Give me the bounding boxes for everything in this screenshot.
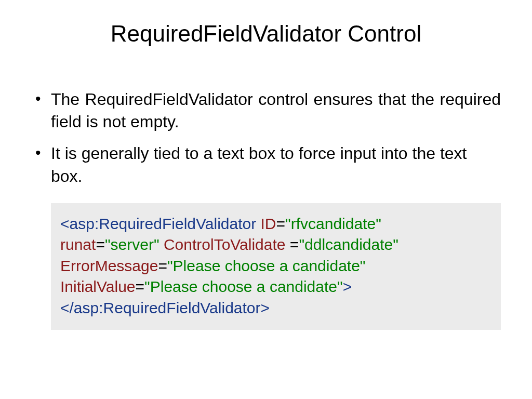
code-tag: asp:RequiredFieldValidator [74,299,261,316]
code-val: "Please choose a candidate" [167,257,366,274]
code-attr: InitialValue [60,278,136,295]
slide: RequiredFieldValidator Control The Requi… [0,0,532,399]
code-tag: asp:RequiredFieldValidator [70,215,257,232]
code-eq: = [158,257,167,274]
code-eq: = [276,215,286,232]
bullet-item: The RequiredFieldValidator control ensur… [31,88,501,133]
code-punct: </ [60,299,74,316]
code-block: <asp:RequiredFieldValidator ID="rfvcandi… [51,203,501,330]
code-val: "rfvcandidate" [285,215,381,232]
code-val: "ddlcandidate" [299,236,398,253]
code-attr: runat [60,236,96,253]
code-punct: > [261,299,270,316]
code-line: </asp:RequiredFieldValidator> [60,298,491,319]
slide-title: RequiredFieldValidator Control [31,21,501,47]
code-eq: = [290,236,299,253]
code-punct: > [343,278,352,295]
bullet-item: It is generally tied to a text box to fo… [31,142,501,187]
code-line: InitialValue="Please choose a candidate"… [60,276,491,298]
code-line: runat="server" ControlToValidate ="ddlca… [60,234,491,256]
code-val: "Please choose a candidate" [144,278,343,295]
code-eq: = [96,236,105,253]
code-punct: < [60,215,70,232]
code-attr: ControlToValidate [164,236,286,253]
code-val: "server" [105,236,159,253]
code-line: ErrorMessage="Please choose a candidate" [60,256,491,277]
code-attr: ID [261,215,276,232]
code-line: <asp:RequiredFieldValidator ID="rfvcandi… [60,214,491,235]
code-attr: ErrorMessage [60,257,158,274]
code-eq: = [136,278,145,295]
bullet-list: The RequiredFieldValidator control ensur… [31,88,501,188]
